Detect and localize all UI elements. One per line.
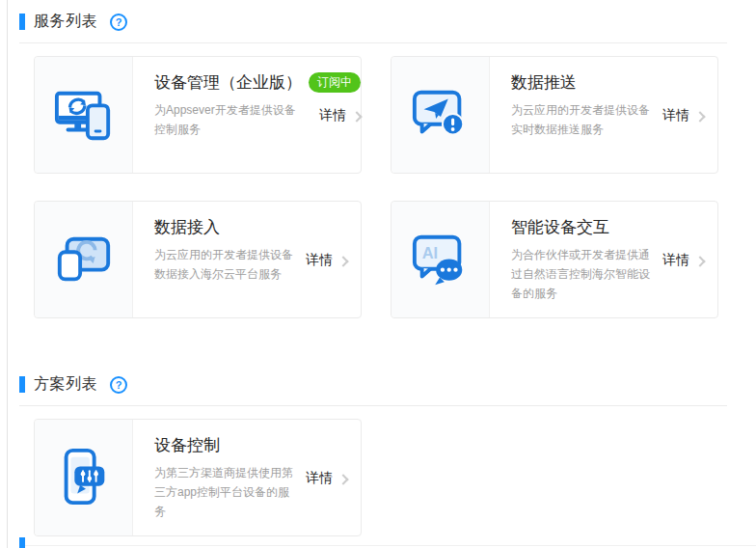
message-send-icon	[411, 85, 471, 145]
bottom-divider	[23, 545, 756, 546]
solution-card-grid: 设备控制 为第三方渠道商提供使用第三方app控制平台设备的服务 详情	[34, 419, 756, 536]
card-body: 设备管理（企业版） 订阅中 为Appsever开发者提供设备控制服务 详情	[133, 57, 374, 173]
card-device-management: 设备管理（企业版） 订阅中 为Appsever开发者提供设备控制服务 详情	[34, 56, 362, 174]
chevron-right-icon	[351, 111, 362, 122]
chevron-right-icon	[338, 256, 348, 266]
card-title: 智能设备交互	[511, 216, 609, 238]
card-icon-pane	[35, 202, 133, 317]
help-icon[interactable]: ?	[110, 14, 127, 31]
details-label: 详情	[319, 107, 346, 124]
chevron-right-icon	[338, 474, 348, 484]
details-label: 详情	[306, 470, 333, 487]
content-left-border	[7, 0, 8, 548]
card-title: 设备管理（企业版）	[154, 71, 302, 94]
section-accent-bar	[19, 376, 25, 393]
card-device-control: 设备控制 为第三方渠道商提供使用第三方app控制平台设备的服务 详情	[34, 419, 362, 536]
card-data-access: 数据接入 为云应用的开发者提供设备数据接入海尔云平台服务 详情	[34, 201, 362, 318]
card-title: 数据接入	[154, 216, 220, 238]
card-body: 设备控制 为第三方渠道商提供使用第三方app控制平台设备的服务 详情	[133, 420, 361, 535]
details-link[interactable]: 详情	[306, 252, 347, 269]
details-link[interactable]: 详情	[662, 107, 704, 124]
solution-list-header: 方案列表 ?	[19, 375, 756, 394]
subscribed-badge: 订阅中	[309, 72, 361, 93]
card-description: 为云应用的开发者提供设备数据接入海尔云平台服务	[154, 245, 300, 284]
card-body: 数据接入 为云应用的开发者提供设备数据接入海尔云平台服务 详情	[133, 202, 361, 317]
card-body: 数据推送 为云应用的开发者提供设备实时数据推送服务 详情	[490, 57, 717, 173]
service-card-grid: 设备管理（企业版） 订阅中 为Appsever开发者提供设备控制服务 详情	[34, 56, 756, 318]
service-list-header: 服务列表 ?	[19, 13, 756, 31]
card-description: 为Appsever开发者提供设备控制服务	[154, 100, 300, 139]
card-smart-device-interaction: AI 智能设备交互 为合作伙伴或开发者提供通过自然语言控制海尔智能设备的服务 详…	[391, 201, 718, 318]
help-icon[interactable]: ?	[110, 376, 127, 394]
details-link[interactable]: 详情	[319, 107, 361, 124]
chevron-right-icon	[694, 256, 705, 266]
card-icon-pane: AI	[392, 202, 490, 317]
card-icon-pane	[392, 57, 490, 173]
details-link[interactable]: 详情	[306, 470, 347, 487]
svg-text:AI: AI	[421, 244, 437, 261]
section-divider	[19, 405, 727, 406]
card-description: 为云应用的开发者提供设备实时数据推送服务	[511, 100, 657, 139]
section-title: 服务列表	[34, 12, 97, 32]
section-accent-bar	[19, 14, 25, 30]
card-title: 设备控制	[154, 434, 220, 456]
card-description: 为合作伙伴或开发者提供通过自然语言控制海尔智能设备的服务	[511, 245, 657, 303]
phone-control-icon	[54, 448, 114, 507]
card-icon-pane	[35, 420, 133, 535]
details-label: 详情	[662, 107, 689, 124]
card-description: 为第三方渠道商提供使用第三方app控制平台设备的服务	[154, 463, 300, 521]
monitor-phone-sync-icon	[54, 85, 114, 145]
details-label: 详情	[662, 252, 689, 269]
details-link[interactable]: 详情	[662, 252, 704, 269]
ai-chat-icon: AI	[411, 230, 471, 289]
next-section-accent-bar	[19, 537, 25, 548]
card-body: 智能设备交互 为合作伙伴或开发者提供通过自然语言控制海尔智能设备的服务 详情	[490, 202, 717, 317]
card-data-push: 数据推送 为云应用的开发者提供设备实时数据推送服务 详情	[391, 56, 718, 174]
card-icon-pane	[35, 57, 133, 173]
card-title: 数据推送	[511, 71, 577, 94]
chevron-right-icon	[694, 111, 705, 122]
details-label: 详情	[306, 252, 333, 269]
section-divider	[19, 42, 727, 43]
section-title: 方案列表	[34, 374, 97, 395]
device-data-sync-icon	[54, 230, 114, 289]
